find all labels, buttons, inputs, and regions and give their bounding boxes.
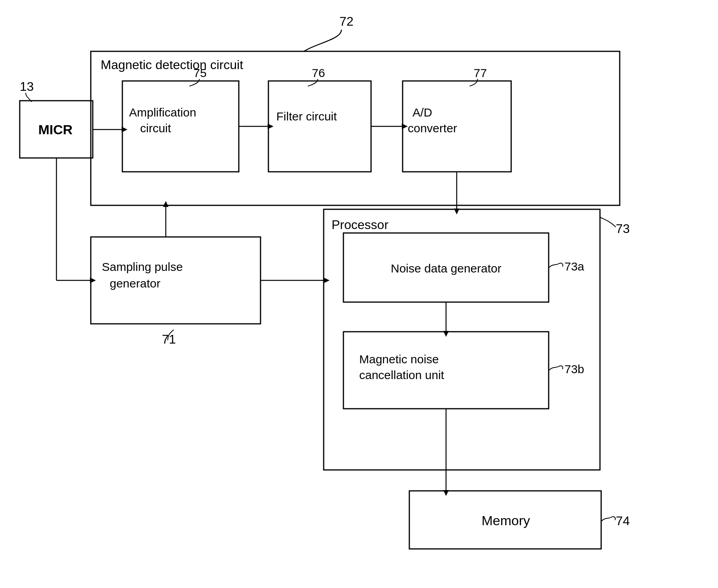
filter-circuit-box [268, 81, 371, 172]
svg-marker-15 [324, 278, 330, 283]
memory-label: Memory [482, 513, 530, 528]
processor-box [324, 209, 600, 470]
svg-marker-19 [454, 209, 459, 214]
svg-marker-3 [268, 124, 274, 129]
svg-text:converter: converter [408, 122, 457, 135]
processor-label: Processor [332, 218, 388, 232]
svg-marker-13 [90, 278, 96, 283]
amplification-circuit-label: Amplification [129, 106, 196, 119]
ad-converter-label: A/D [412, 106, 432, 119]
ref-75-label: 75 [193, 66, 206, 79]
noise-data-generator-label: Noise data generator [391, 262, 501, 275]
sampling-pulse-generator-label: Sampling pulse [102, 260, 183, 273]
svg-marker-10 [163, 201, 169, 207]
ref-77-label: 77 [474, 66, 487, 79]
svg-text:generator: generator [110, 277, 160, 290]
magnetic-noise-cancellation-label-1: Magnetic noise [359, 353, 439, 366]
svg-marker-5 [402, 124, 408, 129]
svg-marker-21 [443, 490, 449, 496]
svg-marker-7 [122, 127, 127, 132]
ref-74-label: 74 [616, 514, 630, 528]
magnetic-detection-circuit-label: Magnetic detection circuit [101, 58, 243, 72]
micr-label: MICR [38, 122, 73, 137]
filter-circuit-label: Filter circuit [276, 110, 337, 123]
ref-73-label: 73 [616, 222, 630, 236]
ref-13-label: 13 [20, 79, 34, 94]
ref-73b-label: 73b [564, 363, 584, 376]
svg-marker-17 [443, 331, 449, 337]
diagram-container: 72 Magnetic detection circuit Amplificat… [0, 0, 718, 588]
magnetic-noise-cancellation-label-2: cancellation unit [359, 368, 444, 381]
ref-76-label: 76 [312, 66, 325, 79]
ref-72-label: 72 [339, 14, 354, 28]
svg-text:circuit: circuit [140, 122, 171, 135]
ref-73a-label: 73a [564, 260, 584, 273]
